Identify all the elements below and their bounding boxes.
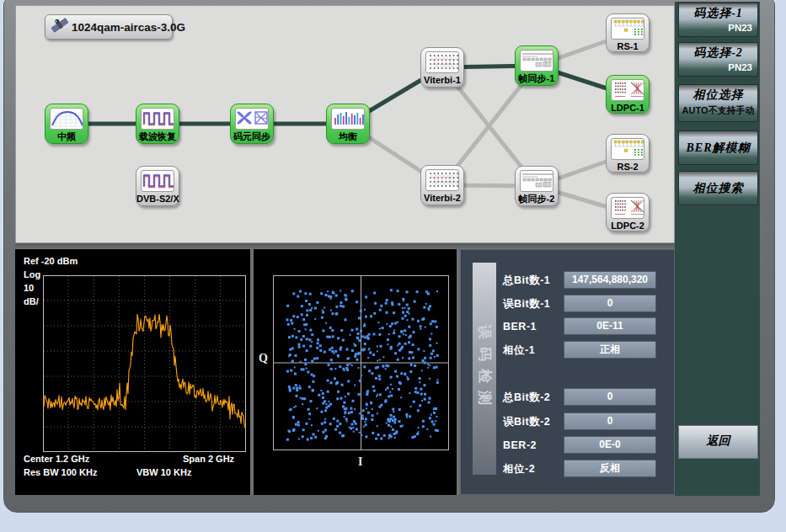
button-value: PN23 [679,23,757,33]
node-symbol-sync[interactable]: 码元同步 [230,104,274,144]
frame-sync-icon [520,50,553,72]
i-axis-label: I [358,455,362,469]
spectrum-scale-label: 10 [24,283,34,293]
ldpc-graph-icon [611,79,644,101]
frame-sync-icon [520,170,553,192]
node-carrier-recovery[interactable]: 载波恢复 [136,104,179,144]
ber-2-label: BER-2 [503,436,537,455]
signal-title-button[interactable]: 1024qam-aircas-3.0G [45,14,173,40]
phase-2-value: 反相 [564,460,656,477]
ber-row: 总Bit数-2 0 [461,388,676,407]
node-frame-sync-2[interactable]: 帧同步-2 [515,166,559,206]
node-ldpc-1[interactable]: LDPC-1 [606,75,650,114]
bottom-region: Ref -20 dBm Log 10 dB/ Center 1.2 GHz Sp… [15,249,675,495]
button-label: 码选择-1 [679,3,757,21]
node-viterbi-1[interactable]: Viterbi-1 [420,47,464,88]
node-rs-2[interactable]: RS-2 [606,134,650,173]
satellite-icon [51,16,69,38]
phase-1-value: 正相 [564,341,656,359]
node-label: 均衡 [327,130,369,144]
ldpc-graph-icon [611,197,644,219]
spectrum-rbw-label: Res BW 100 KHz [24,467,97,477]
square-wave-icon [141,170,174,192]
eye-diagram-icon [235,108,269,130]
button-value: AUTO不支持手动 [679,104,757,117]
horizontal-divider [15,243,675,249]
node-label: 载波恢复 [136,130,179,144]
ber-row: BER-2 0E-0 [461,436,676,455]
error-bits-2-value: 0 [564,412,656,430]
trellis-icon [425,169,459,191]
node-label: RS-2 [607,160,649,174]
ber-row: 误Bit数-1 0 [461,295,676,313]
ber-2-value: 0E-0 [564,436,656,454]
phase-select-button[interactable]: 相位选择 AUTO不支持手动 [678,84,758,122]
spectrum-shape-icon [50,108,83,130]
button-label: 码选择-2 [679,43,757,61]
ber-row: 相位-2 反相 [461,460,676,478]
spectrum-span-label: Span 2 GHz [183,454,234,464]
total-bits-2-value: 0 [564,388,656,406]
node-label: DVB-S2/X [136,192,179,206]
panel-divider [250,249,254,495]
spectrum-unit-label: dB/ [24,296,39,306]
ber-deambiguity-button[interactable]: BER解模糊 [678,130,758,165]
spectrum-plot [43,275,246,452]
phase-search-button[interactable]: 相位搜索 [678,171,758,205]
spectrum-vbw-label: VBW 10 KHz [136,467,191,477]
button-value: PN23 [679,62,757,72]
node-ldpc-2[interactable]: LDPC-2 [606,193,650,231]
rs-codec-icon [611,18,644,40]
signal-title-label: 1024qam-aircas-3.0G [72,21,185,34]
node-label: LDPC-2 [607,219,649,233]
total-bits-2-label: 总Bit数-2 [503,388,550,407]
error-bits-2-label: 误Bit数-2 [503,412,550,431]
flow-diagram-panel: 1024qam-aircas-3.0G 中频 载波恢复 码元同步 [15,5,675,243]
node-frame-sync-1[interactable]: 帧同步-1 [515,45,559,86]
rs-codec-icon [611,138,644,160]
total-bits-1-value: 147,564,880,320 [564,271,656,289]
node-label: RS-1 [607,40,649,54]
constellation-plot [273,275,449,450]
node-label: LDPC-1 [607,101,649,115]
phase-1-label: 相位-1 [503,341,535,359]
ber-row: 误Bit数-2 0 [461,412,676,431]
code-select-1-button[interactable]: 码选择-1 PN23 [678,3,758,37]
equalizer-bars-icon [331,108,365,130]
node-label: 帧同步-2 [516,192,558,206]
total-bits-1-label: 总Bit数-1 [503,271,550,290]
button-label: 相位选择 [679,85,757,103]
ber-row: 相位-1 正相 [461,341,676,359]
ber-1-label: BER-1 [503,317,537,336]
spectrum-center-label: Center 1.2 GHz [24,454,89,464]
ber-row: 总Bit数-1 147,564,880,320 [461,271,676,290]
node-dvb-s2x[interactable]: DVB-S2/X [136,166,179,206]
trellis-icon [425,51,459,73]
button-label: 返回 [679,426,757,449]
node-label: 帧同步-1 [516,72,558,86]
square-wave-icon [141,108,174,130]
ber-1-value: 0E-11 [564,317,656,335]
button-label: BER解模糊 [679,131,757,156]
right-sidebar: 码选择-1 PN23 码选择-2 PN23 相位选择 AUTO不支持手动 BER… [675,2,760,496]
node-viterbi-2[interactable]: Viterbi-2 [420,165,464,205]
node-rs-1[interactable]: RS-1 [606,13,650,52]
ber-readout-panel: 误码检测 总Bit数-1 147,564,880,320 误Bit数-1 0 B… [460,249,675,495]
q-axis-label: Q [259,352,268,365]
node-label: Viterbi-2 [421,191,463,205]
phase-2-label: 相位-2 [503,460,535,478]
spectrum-log-label: Log [24,269,40,279]
error-bits-1-label: 误Bit数-1 [503,295,550,313]
node-label: 中频 [45,130,88,144]
node-label: Viterbi-1 [421,73,463,88]
button-label: 相位搜索 [679,172,757,196]
code-select-2-button[interactable]: 码选择-2 PN23 [678,42,758,77]
error-bits-1-value: 0 [564,295,656,312]
node-if[interactable]: 中频 [45,104,88,144]
node-label: 码元同步 [231,130,273,144]
spectrum-ref-label: Ref -20 dBm [24,256,78,266]
back-button[interactable]: 返回 [678,425,758,459]
ber-row: BER-1 0E-11 [461,317,676,336]
node-equalizer[interactable]: 均衡 [326,104,370,144]
